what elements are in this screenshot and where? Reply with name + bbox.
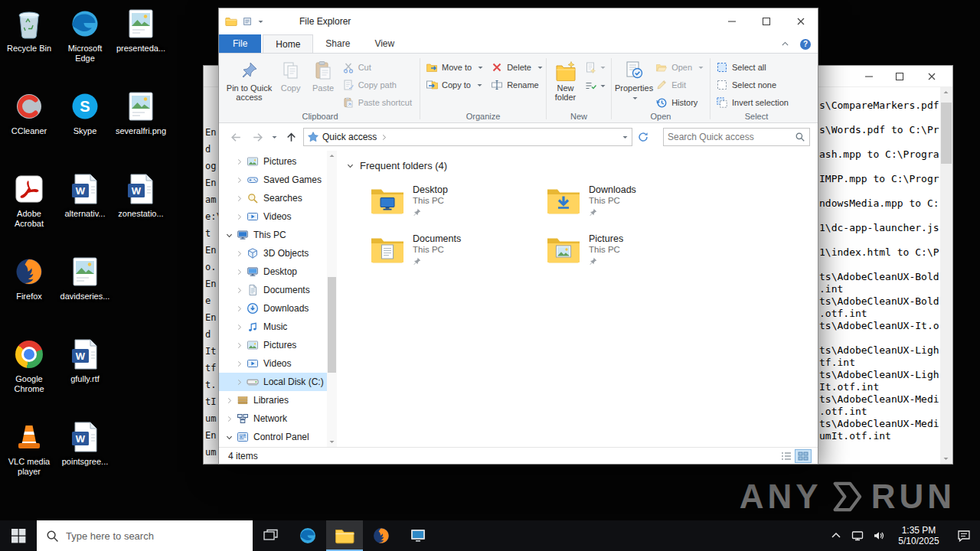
- desktop-icon-gfully-rtf[interactable]: Wgfully.rtf: [57, 337, 113, 416]
- up-button[interactable]: [280, 128, 302, 146]
- desktop-icon-alternativ-doc[interactable]: Walternativ...: [57, 171, 113, 251]
- folder-tile-desktop[interactable]: DesktopThis PC: [369, 184, 536, 233]
- open-button[interactable]: Open: [653, 59, 709, 76]
- taskbar-search[interactable]: [37, 520, 253, 551]
- properties-button[interactable]: Properties: [615, 57, 653, 102]
- chevron-right-icon[interactable]: [235, 176, 244, 184]
- chevron-down-icon[interactable]: [225, 433, 234, 442]
- scroll-up-icon[interactable]: [942, 89, 949, 96]
- invert-selection-button[interactable]: Invert selection: [714, 94, 793, 111]
- paste-button[interactable]: Paste: [306, 57, 339, 93]
- edit-button[interactable]: Edit: [653, 77, 709, 93]
- desktop-icon-firefox[interactable]: Firefox: [2, 254, 57, 334]
- volume-button[interactable]: [868, 520, 890, 551]
- scrollbar-thumb[interactable]: [328, 277, 336, 373]
- delete-button[interactable]: Delete: [488, 59, 548, 76]
- forward-button[interactable]: [247, 128, 268, 146]
- chevron-right-icon[interactable]: [225, 415, 234, 423]
- copy-path-button[interactable]: Copy path: [340, 77, 416, 93]
- desktop-icon-severalfri-png[interactable]: severalfri.png: [113, 89, 168, 168]
- nav-item-local-disk-c[interactable]: Local Disk (C:): [219, 373, 337, 391]
- bg-minimize-button[interactable]: [859, 69, 879, 84]
- task-view-button[interactable]: [253, 520, 289, 551]
- explorer-search-box[interactable]: [663, 128, 810, 146]
- nav-item-music[interactable]: Music: [219, 318, 337, 336]
- nav-item-downloads[interactable]: Downloads: [219, 299, 337, 318]
- nav-item-documents[interactable]: Documents: [219, 281, 337, 299]
- chevron-down-icon[interactable]: [225, 231, 234, 240]
- desktop-icon-vlc-media-player[interactable]: VLC media player: [2, 419, 57, 499]
- nav-scrollbar[interactable]: [327, 151, 337, 447]
- address-dropdown-icon[interactable]: [622, 134, 629, 141]
- nav-item-control-panel[interactable]: Control Panel: [219, 428, 337, 446]
- maximize-button[interactable]: [749, 9, 783, 34]
- chevron-right-icon[interactable]: [235, 323, 244, 331]
- chevron-right-icon[interactable]: [235, 378, 244, 386]
- taskbar-file-explorer-button[interactable]: [326, 520, 363, 551]
- collapse-chevron-icon[interactable]: [346, 161, 354, 170]
- desktop-icon-pointsgree-doc[interactable]: Wpointsgree...: [57, 419, 113, 499]
- qat-dropdown-icon[interactable]: [257, 18, 264, 25]
- taskbar-firefox-button[interactable]: [363, 520, 400, 551]
- nav-item-pictures[interactable]: Pictures: [219, 336, 337, 354]
- desktop-icon-presenteda-png[interactable]: presenteda...: [113, 6, 168, 86]
- desktop-icon-davidseries-img[interactable]: davidseries...: [57, 254, 113, 334]
- cut-button[interactable]: Cut: [340, 59, 416, 76]
- chevron-right-icon[interactable]: [235, 305, 244, 313]
- refresh-button[interactable]: [632, 128, 654, 146]
- nav-item-network[interactable]: Network: [219, 409, 337, 428]
- folder-tile-documents[interactable]: DocumentsThis PC: [369, 233, 536, 282]
- breadcrumb-chevron-icon[interactable]: [380, 133, 388, 142]
- scroll-down-icon[interactable]: [942, 455, 949, 462]
- copy-to-button[interactable]: Copy to: [423, 77, 488, 93]
- back-button[interactable]: [225, 128, 247, 146]
- desktop-icon-ccleaner[interactable]: CCleaner: [2, 89, 57, 168]
- new-folder-button[interactable]: New folder: [550, 57, 581, 102]
- tab-share[interactable]: Share: [313, 34, 362, 53]
- minimize-button[interactable]: [714, 9, 749, 34]
- history-button[interactable]: History: [653, 94, 709, 111]
- recent-locations-button[interactable]: [268, 128, 280, 146]
- nav-item-searches[interactable]: Searches: [219, 189, 337, 207]
- folder-tile-pictures[interactable]: PicturesThis PC: [545, 233, 712, 282]
- chevron-right-icon[interactable]: [235, 213, 244, 221]
- network-button[interactable]: [847, 520, 868, 551]
- bg-close-button[interactable]: [922, 69, 942, 84]
- address-box[interactable]: Quick access: [303, 128, 632, 146]
- tab-home[interactable]: Home: [263, 34, 313, 53]
- nav-item-this-pc[interactable]: This PC: [219, 226, 337, 244]
- taskbar-app-window-button[interactable]: [400, 520, 436, 551]
- desktop-icon-skype[interactable]: SSkype: [57, 89, 113, 168]
- desktop-icon-recycle-bin[interactable]: Recycle Bin: [2, 6, 57, 86]
- background-window-scrollbar[interactable]: [940, 87, 952, 464]
- chevron-right-icon[interactable]: [235, 268, 244, 276]
- folder-tile-downloads[interactable]: DownloadsThis PC: [545, 184, 712, 233]
- tray-expand-button[interactable]: [825, 520, 847, 551]
- chevron-right-icon[interactable]: [235, 158, 244, 166]
- taskbar-search-input[interactable]: [66, 530, 243, 542]
- tab-file[interactable]: File: [219, 34, 261, 53]
- taskbar-edge-button[interactable]: [289, 520, 326, 551]
- chevron-right-icon[interactable]: [235, 360, 244, 368]
- help-icon[interactable]: ?: [799, 38, 812, 51]
- close-button[interactable]: [783, 9, 818, 34]
- chevron-right-icon[interactable]: [235, 194, 244, 203]
- select-none-button[interactable]: Select none: [714, 77, 793, 93]
- nav-item-libraries[interactable]: Libraries: [219, 391, 337, 409]
- start-button[interactable]: [0, 520, 37, 551]
- scroll-down-icon[interactable]: [328, 439, 335, 445]
- rename-button[interactable]: Rename: [488, 77, 548, 93]
- chevron-right-icon[interactable]: [235, 341, 244, 350]
- easy-access-button[interactable]: [583, 77, 608, 94]
- desktop-icon-zonestatio-doc[interactable]: Wzonestatio...: [113, 171, 168, 251]
- nav-item-pictures[interactable]: Pictures: [219, 152, 337, 171]
- chevron-right-icon[interactable]: [235, 249, 244, 258]
- scrollbar-thumb[interactable]: [941, 103, 952, 164]
- copy-button[interactable]: Copy: [275, 57, 306, 93]
- explorer-search-input[interactable]: [668, 132, 795, 142]
- frequent-folders-header[interactable]: Frequent folders (4): [346, 160, 818, 171]
- thumbnail-view-button[interactable]: [795, 449, 812, 463]
- tab-view[interactable]: View: [362, 34, 407, 53]
- desktop-icon-google-chrome[interactable]: Google Chrome: [2, 337, 57, 416]
- desktop-icon-adobe-acrobat[interactable]: Adobe Acrobat: [2, 171, 57, 251]
